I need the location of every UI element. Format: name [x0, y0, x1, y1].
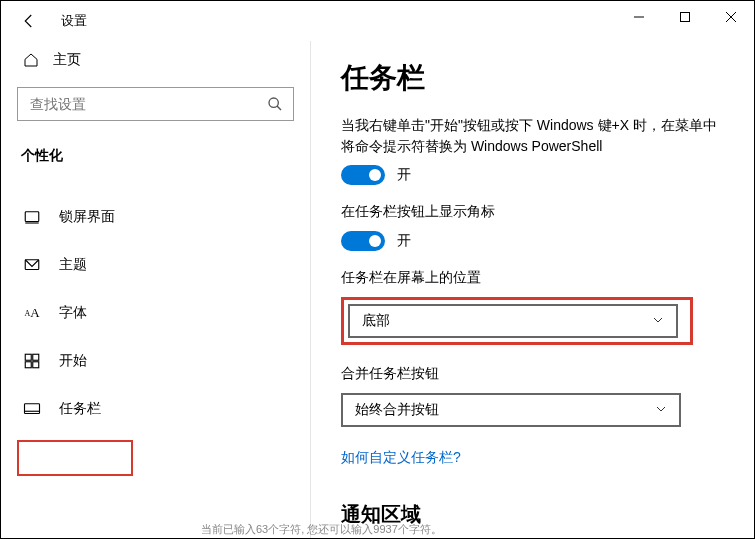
toggle-state-label: 开: [397, 166, 411, 184]
toggle-badges[interactable]: [341, 231, 385, 251]
sidebar-item-label: 锁屏界面: [59, 208, 115, 226]
toggle-state-label: 开: [397, 232, 411, 250]
sidebar-item-start[interactable]: 开始: [17, 339, 294, 383]
titlebar: 设置: [1, 1, 754, 41]
highlight-box-position: 底部: [341, 297, 693, 345]
footer-fragment: 当前已输入63个字符, 您还可以输入9937个字符。: [201, 520, 442, 538]
theme-icon: [23, 256, 41, 274]
search-box[interactable]: [17, 87, 294, 121]
sidebar-item-lockscreen[interactable]: 锁屏界面: [17, 195, 294, 239]
svg-rect-7: [33, 362, 39, 368]
minimize-button[interactable]: [616, 1, 662, 33]
select-value: 底部: [362, 312, 390, 330]
chevron-down-icon: [652, 314, 664, 329]
search-icon: [267, 96, 283, 112]
chevron-down-icon: [655, 402, 667, 418]
svg-point-1: [269, 98, 278, 107]
select-taskbar-position[interactable]: 底部: [348, 304, 678, 338]
svg-rect-4: [25, 354, 31, 360]
sidebar-item-label: 任务栏: [59, 400, 101, 418]
search-input[interactable]: [28, 95, 267, 113]
start-icon: [23, 352, 41, 370]
svg-rect-0: [681, 13, 690, 22]
sidebar-item-label: 开始: [59, 352, 87, 370]
toggle-row-powershell: 开: [341, 165, 724, 185]
svg-rect-6: [25, 362, 31, 368]
home-nav[interactable]: 主页: [17, 41, 294, 87]
highlight-box-sidebar: [17, 440, 133, 476]
select-value: 始终合并按钮: [355, 401, 439, 419]
taskbar-icon: [23, 400, 41, 418]
link-customize-taskbar[interactable]: 如何自定义任务栏?: [341, 449, 724, 467]
toggle-row-badges: 开: [341, 231, 724, 251]
toggle-powershell[interactable]: [341, 165, 385, 185]
sidebar-item-themes[interactable]: 主题: [17, 243, 294, 287]
window-title: 设置: [61, 12, 87, 30]
sidebar: 主页 个性化 锁屏界面 主题 AA 字体: [1, 41, 311, 538]
setting-label-position: 任务栏在屏幕上的位置: [341, 269, 724, 287]
home-icon: [23, 52, 39, 68]
sidebar-item-taskbar[interactable]: 任务栏: [17, 387, 294, 431]
sidebar-item-label: 主题: [59, 256, 87, 274]
lockscreen-icon: [23, 208, 41, 226]
svg-rect-8: [25, 404, 40, 414]
section-head-personalization: 个性化: [17, 147, 294, 165]
sidebar-item-label: 字体: [59, 304, 87, 322]
page-title: 任务栏: [341, 59, 724, 97]
select-combine-buttons[interactable]: 始终合并按钮: [341, 393, 681, 427]
setting-label-combine: 合并任务栏按钮: [341, 365, 724, 383]
close-button[interactable]: [708, 1, 754, 33]
home-label: 主页: [53, 51, 81, 69]
back-button[interactable]: [17, 9, 41, 33]
sidebar-item-fonts[interactable]: AA 字体: [17, 291, 294, 335]
setting-desc-powershell: 当我右键单击"开始"按钮或按下 Windows 键+X 时，在菜单中将命令提示符…: [341, 115, 724, 157]
maximize-button[interactable]: [662, 1, 708, 33]
svg-rect-2: [25, 212, 39, 222]
font-icon: AA: [23, 304, 41, 322]
window-controls: [616, 1, 754, 33]
setting-label-badges: 在任务栏按钮上显示角标: [341, 203, 724, 221]
content-pane: 任务栏 当我右键单击"开始"按钮或按下 Windows 键+X 时，在菜单中将命…: [311, 41, 754, 538]
svg-rect-5: [33, 354, 39, 360]
